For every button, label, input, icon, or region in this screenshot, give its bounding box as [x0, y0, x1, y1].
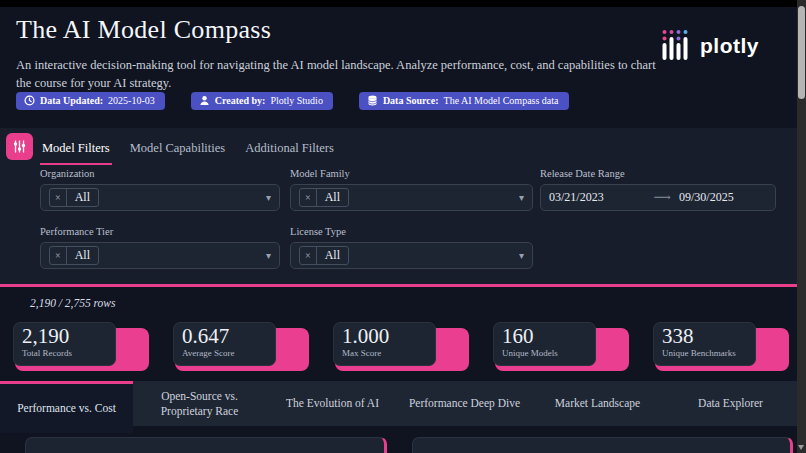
badge-value: The AI Model Compass data [444, 95, 559, 106]
scrollbar[interactable] [797, 0, 806, 453]
tab-open-source-vs-proprietary[interactable]: Open-Source vs. Proprietary Race [133, 381, 266, 426]
plotly-logo-text: plotly [700, 34, 759, 58]
created-by-badge: Created by: Plotly Studio [191, 92, 333, 110]
tab-additional-filters[interactable]: Additional Filters [243, 140, 336, 165]
model-family-label: Model Family [290, 168, 533, 179]
badge-label: Created by: [215, 95, 266, 106]
page-subtitle: An interactive decision-making tool for … [16, 56, 664, 92]
selected-value: All [317, 189, 348, 206]
chart-card-left [25, 437, 387, 453]
selected-value-chip: × All [49, 246, 99, 265]
app-window: The AI Model Compass An interactive deci… [0, 0, 806, 453]
stat-card-unique-models: 160 Unique Models [493, 322, 629, 371]
chip-remove-icon[interactable]: × [300, 189, 317, 206]
badge-row: Data Updated: 2025-10-03 Created by: Plo… [16, 92, 569, 110]
filter-sliders-icon[interactable] [6, 133, 33, 160]
badge-value: Plotly Studio [270, 95, 323, 106]
filter-tabs: Model Filters Model Capabilities Additio… [40, 140, 336, 165]
chevron-down-icon[interactable]: ▾ [266, 193, 271, 203]
license-type-filter: License Type × All ▾ [290, 226, 533, 269]
data-source-badge: Data Source: The AI Model Compass data [359, 92, 569, 110]
license-type-select[interactable]: × All ▾ [290, 242, 533, 269]
view-tabs: Performance vs. Cost Open-Source vs. Pro… [0, 381, 797, 426]
date-arrow-icon: ⟶ [645, 190, 679, 205]
organization-select[interactable]: × All ▾ [40, 184, 280, 211]
rows-summary: 2,190 / 2,755 rows [30, 297, 116, 309]
selected-value: All [317, 247, 348, 264]
date-end-value[interactable]: 09/30/2025 [679, 190, 767, 205]
database-icon [367, 95, 378, 106]
user-icon [199, 95, 210, 106]
scrollbar-thumb[interactable] [798, 6, 805, 99]
stat-card-max-score: 1.000 Max Score [333, 322, 469, 371]
performance-tier-label: Performance Tier [40, 226, 280, 237]
badge-label: Data Updated: [40, 95, 103, 106]
date-range-input[interactable]: 03/21/2023 ⟶ 09/30/2025 [540, 184, 776, 211]
chart-card-right [412, 437, 793, 453]
tab-performance-vs-cost[interactable]: Performance vs. Cost [0, 381, 133, 433]
tab-data-explorer[interactable]: Data Explorer [664, 381, 797, 426]
selected-value: All [67, 247, 98, 264]
badge-label: Data Source: [383, 95, 439, 106]
license-type-label: License Type [290, 226, 533, 237]
stat-value: 338 [662, 325, 755, 348]
release-date-label: Release Date Range [540, 168, 776, 179]
tab-model-capabilities[interactable]: Model Capabilities [128, 140, 227, 165]
chevron-down-icon[interactable]: ▾ [266, 251, 271, 261]
chevron-down-icon[interactable]: ▾ [519, 251, 524, 261]
chip-remove-icon[interactable]: × [50, 247, 67, 264]
organization-filter: Organization × All ▾ [40, 168, 280, 211]
chevron-down-icon[interactable]: ▾ [519, 193, 524, 203]
selected-value-chip: × All [49, 188, 99, 207]
model-family-select[interactable]: × All ▾ [290, 184, 533, 211]
performance-tier-select[interactable]: × All ▾ [40, 242, 280, 269]
tab-performance-deep-dive[interactable]: Performance Deep Dive [398, 381, 531, 426]
chip-remove-icon[interactable]: × [300, 247, 317, 264]
stat-card-unique-benchmarks: 338 Unique Benchmarks [653, 322, 789, 371]
tab-model-filters[interactable]: Model Filters [40, 140, 112, 165]
stat-label: Average Score [182, 348, 275, 358]
release-date-filter: Release Date Range 03/21/2023 ⟶ 09/30/20… [540, 168, 776, 211]
stat-label: Unique Models [502, 348, 595, 358]
badge-value: 2025-10-03 [108, 95, 155, 106]
model-family-filter: Model Family × All ▾ [290, 168, 533, 211]
stat-label: Total Records [22, 348, 115, 358]
plotly-logo-icon [660, 29, 692, 63]
data-updated-badge: Data Updated: 2025-10-03 [16, 92, 165, 110]
tab-evolution-of-ai[interactable]: The Evolution of AI [266, 381, 399, 426]
performance-tier-filter: Performance Tier × All ▾ [40, 226, 280, 269]
date-start-value[interactable]: 03/21/2023 [549, 190, 645, 205]
plotly-logo: plotly [660, 29, 759, 63]
stat-value: 1.000 [342, 325, 435, 348]
stat-value: 160 [502, 325, 595, 348]
stat-value: 2,190 [22, 325, 115, 348]
selected-value-chip: × All [299, 188, 349, 207]
stat-value: 0.647 [182, 325, 275, 348]
scroll-down-icon[interactable] [798, 445, 804, 450]
stat-label: Unique Benchmarks [662, 348, 755, 358]
organization-label: Organization [40, 168, 280, 179]
stat-card-average-score: 0.647 Average Score [173, 322, 309, 371]
selected-value: All [67, 189, 98, 206]
tab-market-landscape[interactable]: Market Landscape [531, 381, 664, 426]
chip-remove-icon[interactable]: × [50, 189, 67, 206]
selected-value-chip: × All [299, 246, 349, 265]
clock-icon [24, 95, 35, 106]
window-top-bar [0, 0, 806, 7]
page-title: The AI Model Compass [16, 15, 271, 45]
filter-panel: Model Filters Model Capabilities Additio… [0, 128, 797, 287]
stat-card-total-records: 2,190 Total Records [13, 322, 149, 371]
stat-label: Max Score [342, 348, 435, 358]
